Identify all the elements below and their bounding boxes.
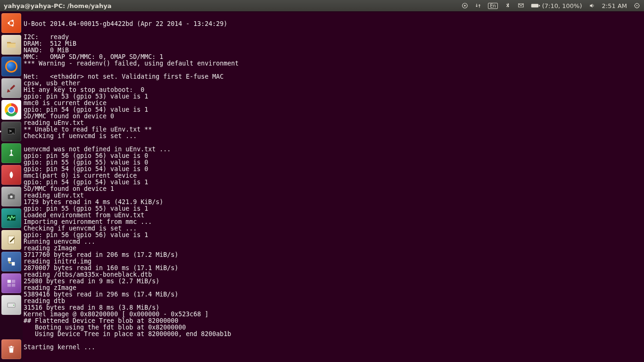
files-icon[interactable]: [1, 35, 21, 55]
svg-rect-20: [12, 280, 15, 283]
terminal-icon[interactable]: >_: [1, 122, 21, 141]
bluetooth-indicator-icon[interactable]: [504, 2, 511, 9]
svg-rect-22: [12, 284, 15, 287]
keyboard-indicator[interactable]: En: [488, 3, 498, 9]
workspace-switcher-icon[interactable]: [1, 273, 21, 293]
network-tool-icon[interactable]: [1, 252, 21, 272]
dash-icon[interactable]: [1, 13, 21, 33]
trash-icon[interactable]: [1, 339, 21, 359]
chrome-indicator-icon[interactable]: [462, 2, 468, 9]
top-menubar: yahya@yahya-PC: /home/yahya En (7:10, 10…: [0, 0, 644, 11]
network-indicator-icon[interactable]: [475, 2, 481, 9]
system-monitor-icon[interactable]: [1, 208, 21, 228]
settings-icon[interactable]: [1, 78, 21, 98]
terminal-output[interactable]: U-Boot 2014.04-00015-gb4422bd (Apr 22 20…: [23, 11, 644, 362]
firefox-icon[interactable]: [1, 57, 21, 76]
chrome-icon[interactable]: [1, 100, 21, 120]
svg-point-24: [13, 304, 14, 305]
svg-rect-21: [8, 284, 11, 287]
removable-drive-icon[interactable]: [1, 295, 21, 315]
svg-text:>_: >_: [9, 129, 15, 133]
svg-rect-18: [12, 262, 15, 265]
unity-launcher: >_: [0, 11, 23, 362]
text-editor-icon[interactable]: [1, 230, 21, 250]
screenshot-icon[interactable]: [1, 187, 21, 206]
window-title: yahya@yahya-PC: /home/yahya: [4, 2, 111, 9]
svg-rect-2: [531, 4, 538, 8]
clock-indicator[interactable]: 2:51 AM: [602, 2, 627, 9]
green-app-icon[interactable]: [1, 143, 21, 163]
svg-point-1: [464, 5, 466, 7]
svg-rect-14: [10, 194, 13, 195]
svg-rect-17: [8, 258, 11, 261]
battery-indicator[interactable]: (7:10, 100%): [531, 2, 582, 9]
messages-indicator-icon[interactable]: [518, 2, 524, 9]
svg-point-5: [636, 5, 637, 6]
svg-rect-19: [8, 280, 11, 283]
indicator-area: En (7:10, 100%) 2:51 AM: [462, 2, 640, 9]
pdf-reader-icon[interactable]: [1, 165, 21, 185]
svg-point-13: [10, 196, 13, 198]
session-indicator-icon[interactable]: [634, 2, 640, 9]
battery-text: (7:10, 100%): [542, 2, 582, 9]
svg-rect-3: [539, 5, 540, 6]
sound-indicator-icon[interactable]: [589, 2, 595, 9]
